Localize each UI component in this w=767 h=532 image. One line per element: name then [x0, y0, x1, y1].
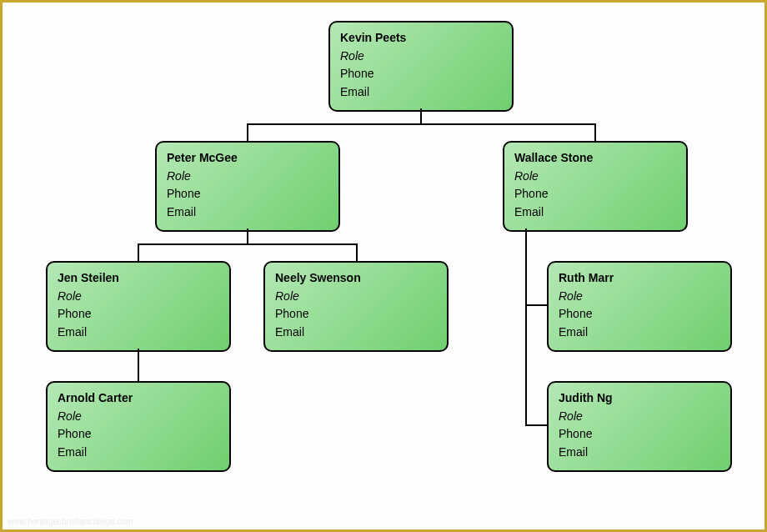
connector [525, 228, 527, 425]
node-kevin-peets[interactable]: Kevin Peets Role Phone Email [328, 21, 514, 112]
node-email: Email [58, 324, 219, 342]
node-name: Peter McGee [167, 149, 328, 168]
node-arnold-carter[interactable]: Arnold Carter Role Phone Email [46, 381, 231, 472]
node-role: Role [58, 408, 219, 426]
connector [525, 424, 547, 426]
node-email: Email [167, 203, 328, 222]
connector [247, 228, 248, 243]
connector [138, 243, 139, 261]
node-peter-mcgee[interactable]: Peter McGee Role Phone Email [155, 141, 340, 232]
node-phone: Phone [58, 425, 219, 444]
node-ruth-marr[interactable]: Ruth Marr Role Phone Email [547, 261, 732, 352]
connector [247, 123, 596, 125]
node-email: Email [58, 444, 219, 462]
node-phone: Phone [58, 305, 219, 324]
node-role: Role [559, 288, 720, 306]
node-role: Role [559, 408, 720, 426]
node-phone: Phone [559, 305, 720, 324]
node-email: Email [514, 203, 676, 222]
node-email: Email [559, 444, 720, 462]
node-role: Role [58, 288, 219, 306]
node-neely-swenson[interactable]: Neely Swenson Role Phone Email [263, 261, 449, 352]
node-name: Judith Ng [559, 389, 720, 408]
node-role: Role [514, 168, 676, 186]
org-chart-frame: Kevin Peets Role Phone Email Peter McGee… [0, 0, 767, 532]
node-phone: Phone [167, 185, 328, 203]
connector [420, 108, 422, 123]
connector [138, 349, 139, 381]
node-judith-ng[interactable]: Judith Ng Role Phone Email [547, 381, 732, 472]
node-role: Role [167, 168, 328, 186]
node-name: Kevin Peets [340, 29, 502, 48]
node-role: Role [275, 288, 437, 306]
watermark: www.heritagechristiancollege.com [8, 517, 133, 526]
node-email: Email [559, 324, 720, 342]
connector [525, 304, 547, 306]
node-wallace-stone[interactable]: Wallace Stone Role Phone Email [503, 141, 688, 232]
node-name: Neely Swenson [275, 269, 437, 288]
node-phone: Phone [275, 305, 437, 324]
node-name: Ruth Marr [559, 269, 720, 288]
node-email: Email [275, 324, 437, 342]
node-phone: Phone [559, 425, 720, 444]
node-email: Email [340, 83, 502, 102]
node-name: Jen Steilen [58, 269, 219, 288]
connector [594, 123, 596, 141]
connector [138, 243, 358, 245]
node-jen-steilen[interactable]: Jen Steilen Role Phone Email [46, 261, 231, 352]
connector [356, 243, 358, 261]
node-phone: Phone [340, 65, 502, 83]
node-name: Arnold Carter [58, 389, 219, 408]
connector [247, 123, 248, 141]
node-phone: Phone [514, 185, 676, 203]
node-role: Role [340, 48, 502, 66]
node-name: Wallace Stone [514, 149, 676, 168]
